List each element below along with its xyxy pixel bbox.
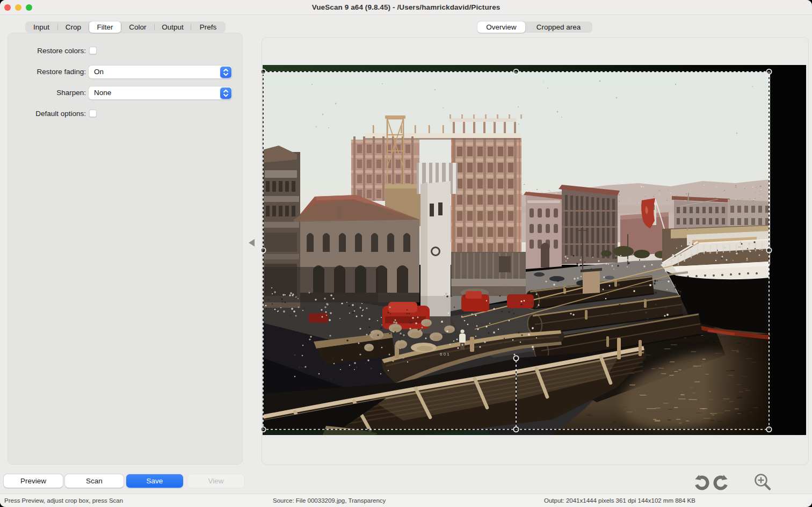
svg-text:6 0 1: 6 0 1 <box>440 352 450 357</box>
